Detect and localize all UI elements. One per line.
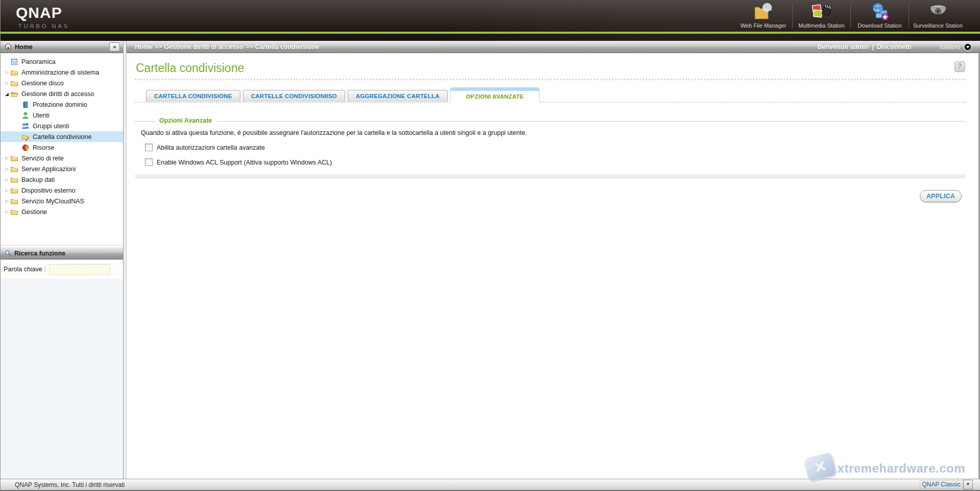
tab-label: AGGREGAZIONE CARTELLA xyxy=(356,93,439,99)
tab-cartelle-condivisioniiso[interactable]: CARTELLE CONDIVISIONIISO xyxy=(243,90,345,102)
sidebar-item-server-applicazioni[interactable]: ▷Server Applicazioni xyxy=(1,163,123,174)
app-surveillance-station[interactable]: Surveillance Station xyxy=(909,2,967,30)
resources-icon xyxy=(21,144,30,152)
nav-tree: Panoramica▷Amministrazione di sistema▷Ge… xyxy=(1,53,123,246)
sidebar: Panoramica▷Amministrazione di sistema▷Ge… xyxy=(1,53,123,479)
bars-row: Home « Home>>Gestione diritti di accesso… xyxy=(1,41,980,53)
app-web-file-manager[interactable]: Web File Manager xyxy=(734,2,792,30)
watermark: ✕ xtremehardware.com xyxy=(806,455,965,479)
tab-active-cap xyxy=(451,88,539,91)
sidebar-item-gestione-diritti-di-accesso[interactable]: ◢Gestione diritti di accesso xyxy=(1,88,123,99)
tab-opzioni-avanzate[interactable]: OPZIONI AVANZATE xyxy=(450,87,540,103)
sidebar-item-gestione-disco[interactable]: ▷Gestione disco xyxy=(1,78,123,88)
expand-arrow-icon[interactable]: ▷ xyxy=(4,156,10,160)
watermark-x-glyph: ✕ xyxy=(812,458,828,476)
app-label: Web File Manager xyxy=(741,22,787,29)
sidebar-item-risorse[interactable]: Risorse xyxy=(1,142,123,153)
main-content: ? Cartella condivisione CARTELLA CONDIVI… xyxy=(127,53,978,479)
collapse-arrow-icon[interactable]: ◢ xyxy=(4,91,10,97)
sidebar-item-servizio-di-rete[interactable]: ▷Servizio di rete xyxy=(1,153,123,163)
expand-arrow-icon[interactable]: ▷ xyxy=(4,177,10,182)
qnap-admin-window: QNAP TURBO NAS Web File ManagerMultimedi… xyxy=(0,0,980,491)
checkbox-row: Abilita autorizzazioni cartella avanzate xyxy=(145,144,966,151)
breadcrumb-separator: >> xyxy=(155,43,162,51)
breadcrumb-part-home[interactable]: Home xyxy=(135,43,153,51)
keyword-row: Parola chiave : xyxy=(1,260,123,279)
checkbox-row: Enable Windows ACL Support (Attiva suppo… xyxy=(145,158,966,166)
sidebar-item-label: Dispositivo esterno xyxy=(21,187,76,194)
footer: QNAP Systems, Inc. Tutti i diritti riser… xyxy=(1,479,980,491)
book-icon xyxy=(21,101,30,109)
apply-button[interactable]: APPLICA xyxy=(920,190,962,202)
home-icon xyxy=(5,43,12,51)
checkbox-abilita-autorizzazioni-cartella-avanzate[interactable] xyxy=(145,144,153,151)
app-label: Download Station xyxy=(857,22,901,29)
panel-divider xyxy=(123,53,127,479)
copyright-text: QNAP Systems, Inc. Tutti i diritti riser… xyxy=(15,481,125,488)
welcome-pipe: | xyxy=(872,43,874,51)
sidebar-item-label: Server Applicazioni xyxy=(21,166,76,173)
checkbox-enable-windows-acl-support-attiva-supporto-windows-acl[interactable] xyxy=(145,158,153,166)
app-multimedia-station[interactable]: Multimedia Station xyxy=(793,2,850,30)
app-launcher: Web File ManagerMultimedia StationDownlo… xyxy=(734,2,967,30)
expand-arrow-icon[interactable]: ▷ xyxy=(4,167,10,171)
top-header: QNAP TURBO NAS Web File ManagerMultimedi… xyxy=(1,0,980,41)
sidebar-item-gruppi-utenti[interactable]: Gruppi utenti xyxy=(1,121,123,131)
logo-text: QNAP xyxy=(16,5,69,20)
search-title: Ricerca funzione xyxy=(14,250,65,257)
checkbox-label: Enable Windows ACL Support (Attiva suppo… xyxy=(157,159,332,166)
sidebar-item-label: Risorse xyxy=(33,144,54,151)
sidebar-item-dispositivo-esterno[interactable]: ▷Dispositivo esterno xyxy=(1,185,123,196)
user-icon xyxy=(21,111,30,120)
watermark-text: xtremehardware.com xyxy=(838,461,965,476)
language-selector[interactable]: Italiano xyxy=(940,43,972,51)
folder-icon xyxy=(10,186,19,195)
sidebar-item-amministrazione-di-sistema[interactable]: ▷Amministrazione di sistema xyxy=(1,67,123,78)
sidebar-collapse-button[interactable]: « xyxy=(109,42,120,52)
keyword-input[interactable] xyxy=(49,264,110,275)
search-icon xyxy=(5,250,11,256)
sidebar-item-cartella-condivisione[interactable]: Cartella condivisione xyxy=(1,131,123,142)
sidebar-item-servizio-mycloudnas[interactable]: ▷Servizio MyCloudNAS xyxy=(1,196,123,206)
expand-arrow-icon[interactable]: ▷ xyxy=(4,209,10,214)
sidebar-item-protezione-dominio[interactable]: Protezione dominio xyxy=(1,99,123,110)
xtremehardware-logo-icon: ✕ xyxy=(803,452,837,482)
tab-label: CARTELLA CONDIVISIONE xyxy=(154,93,232,99)
logout-link[interactable]: Disconnetti xyxy=(877,43,912,51)
sidebar-item-label: Cartella condivisione xyxy=(33,133,91,141)
shared-folder-icon xyxy=(21,133,30,141)
sidebar-item-utenti[interactable]: Utenti xyxy=(1,110,123,121)
qnap-logo: QNAP TURBO NAS xyxy=(16,5,69,29)
sidebar-item-backup-dati[interactable]: ▷Backup dati xyxy=(1,174,123,185)
keyword-label: Parola chiave : xyxy=(4,266,46,273)
expand-arrow-icon[interactable]: ▷ xyxy=(4,188,10,193)
surveillance-station-icon xyxy=(927,2,949,22)
app-download-station[interactable]: Download Station xyxy=(851,2,909,30)
function-search-header[interactable]: Ricerca funzione xyxy=(1,247,123,260)
page-title: Cartella condivisione xyxy=(136,61,966,75)
sidebar-item-gestione[interactable]: ▷Gestione xyxy=(1,206,123,217)
sidebar-item-label: Panoramica xyxy=(21,58,56,65)
theme-select-value[interactable]: QNAP Classic xyxy=(920,480,963,489)
expand-arrow-icon[interactable]: ▷ xyxy=(4,70,10,75)
sidebar-item-label: Servizio MyCloudNAS xyxy=(21,198,84,205)
theme-selector: QNAP Classic ▼ xyxy=(920,480,973,489)
breadcrumb-part-gestione-diritti-di-accesso[interactable]: Gestione diritti di accesso xyxy=(164,43,243,51)
expand-arrow-icon[interactable]: ▷ xyxy=(4,199,10,203)
session-info: Benvenuti admin | Disconnetti xyxy=(817,43,911,51)
logo-tagline: TURBO NAS xyxy=(18,23,69,29)
panel-divider-top xyxy=(123,41,127,53)
tab-aggregazione-cartella[interactable]: AGGREGAZIONE CARTELLA xyxy=(348,90,448,102)
tab-cartella-condivisione[interactable]: CARTELLA CONDIVISIONE xyxy=(146,90,240,102)
theme-dropdown-button[interactable]: ▼ xyxy=(963,480,973,489)
panel-bottom-edge xyxy=(135,174,966,178)
help-button[interactable]: ? xyxy=(954,61,965,72)
expand-arrow-icon[interactable]: ▷ xyxy=(4,81,10,85)
breadcrumb-part-cartella-condivisione[interactable]: Cartella condivisione xyxy=(255,43,320,51)
sidebar-item-label: Protezione dominio xyxy=(33,101,87,108)
sidebar-item-label: Gestione diritti di accesso xyxy=(21,90,94,98)
folder-icon xyxy=(10,176,19,184)
sidebar-item-panoramica[interactable]: Panoramica xyxy=(1,56,123,67)
sidebar-item-label: Utenti xyxy=(33,112,50,119)
folder-icon xyxy=(10,68,19,77)
